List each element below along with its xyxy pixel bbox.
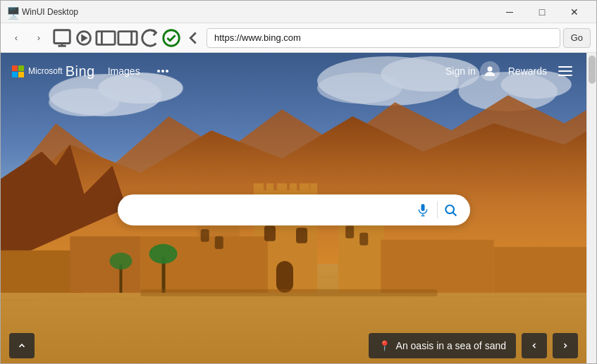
svg-rect-5 [97, 31, 115, 44]
microsoft-squares [12, 65, 24, 77]
toolbar-btn-4[interactable] [117, 28, 138, 48]
search-container [118, 194, 470, 225]
hamburger-menu[interactable] [555, 63, 575, 79]
title-bar: 🖥️ WinUI Desktop ─ □ ✕ [1, 1, 596, 23]
svg-rect-7 [118, 31, 137, 44]
bing-logo[interactable]: Microsoft Bing [12, 63, 95, 80]
svg-rect-53 [359, 233, 368, 246]
next-image-button[interactable] [553, 333, 578, 358]
bing-navbar: Microsoft Bing Images Sign in [1, 53, 586, 89]
svg-rect-31 [310, 183, 317, 194]
minimize-button[interactable]: ─ [493, 1, 526, 23]
go-button[interactable]: Go [563, 28, 591, 48]
svg-marker-4 [81, 34, 87, 42]
content-area: Microsoft Bing Images Sign in [1, 53, 596, 363]
window-title: WinUI Desktop [22, 7, 489, 17]
svg-rect-43 [381, 240, 493, 293]
svg-rect-30 [300, 183, 309, 194]
scroll-up-button[interactable] [9, 333, 35, 358]
dot-2 [161, 70, 164, 73]
svg-rect-49 [296, 228, 307, 244]
sign-in-text: Sign in [445, 65, 476, 77]
svg-point-57 [109, 253, 132, 270]
nav-images-link[interactable]: Images [102, 63, 146, 80]
hamburger-line-2 [558, 70, 572, 72]
bottom-bar: 📍 An oasis in a sea of sand [1, 328, 586, 363]
address-bar: ‹ › Go [1, 23, 596, 53]
nav-more-button[interactable] [153, 67, 173, 75]
forward-button[interactable]: › [29, 28, 49, 48]
dot-3 [166, 70, 168, 73]
hamburger-line-3 [558, 75, 572, 76]
svg-rect-0 [54, 30, 70, 43]
svg-rect-50 [201, 230, 209, 242]
toolbar-btn-5[interactable] [139, 28, 160, 48]
app-icon: 🖥️ [6, 6, 18, 18]
svg-point-13 [49, 88, 119, 116]
close-button[interactable]: ✕ [558, 1, 591, 23]
search-box [118, 194, 470, 225]
microsoft-text: Microsoft [28, 66, 63, 76]
svg-rect-46 [494, 247, 586, 293]
toolbar-btn-1[interactable] [51, 28, 73, 48]
maximize-button[interactable]: □ [526, 1, 558, 23]
person-icon [480, 61, 500, 81]
ms-square-green [18, 65, 24, 71]
prev-image-button[interactable] [522, 333, 547, 358]
toolbar [51, 28, 204, 48]
svg-rect-48 [264, 226, 276, 241]
svg-rect-28 [277, 183, 287, 194]
search-divider [437, 201, 438, 218]
ms-square-red [12, 65, 18, 71]
svg-rect-27 [266, 183, 273, 194]
bing-page: Microsoft Bing Images Sign in [1, 53, 586, 363]
nav-right: Sign in Rewards [445, 61, 575, 81]
pin-icon: 📍 [378, 340, 390, 351]
hamburger-line-1 [558, 66, 572, 68]
scrollbar-thumb[interactable] [589, 56, 596, 84]
search-button[interactable] [441, 203, 460, 217]
svg-rect-58 [141, 289, 438, 296]
svg-rect-60 [421, 203, 424, 211]
window: 🖥️ WinUI Desktop ─ □ ✕ ‹ › [0, 0, 597, 364]
bing-logo-text: Bing [66, 63, 95, 80]
svg-line-64 [453, 212, 456, 215]
svg-rect-52 [345, 226, 354, 239]
back-button[interactable]: ‹ [6, 28, 26, 48]
toolbar-btn-7[interactable] [183, 28, 204, 48]
dot-1 [157, 70, 160, 73]
microphone-button[interactable] [412, 203, 434, 217]
svg-point-59 [487, 67, 492, 72]
address-input[interactable] [207, 28, 560, 48]
toolbar-btn-2[interactable] [73, 28, 94, 48]
svg-rect-47 [276, 261, 293, 293]
svg-point-55 [149, 244, 178, 264]
scrollbar[interactable] [586, 53, 596, 363]
toolbar-btn-3[interactable] [95, 28, 116, 48]
ms-square-blue [12, 72, 18, 77]
search-input[interactable] [128, 203, 412, 216]
title-bar-controls: ─ □ ✕ [493, 1, 591, 23]
svg-point-63 [445, 205, 454, 213]
rewards-link[interactable]: Rewards [508, 65, 547, 77]
svg-rect-29 [290, 183, 297, 194]
caption-pill: 📍 An oasis in a sea of sand [369, 333, 516, 358]
svg-rect-51 [215, 237, 223, 249]
toolbar-btn-6[interactable] [161, 28, 182, 48]
sign-in-button[interactable]: Sign in [445, 61, 500, 81]
ms-square-yellow [18, 72, 24, 77]
svg-rect-26 [254, 183, 264, 194]
caption-text: An oasis in a sea of sand [396, 340, 506, 351]
